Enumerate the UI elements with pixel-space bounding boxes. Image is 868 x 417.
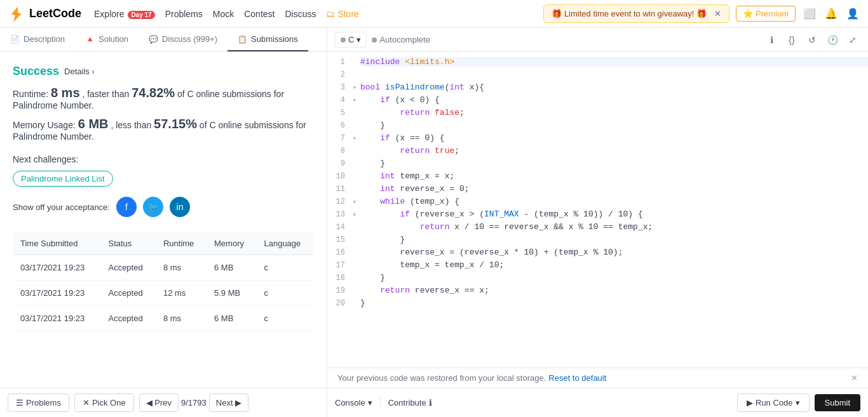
code-line: 8 return true;	[327, 146, 868, 159]
code-content: }	[360, 235, 868, 244]
fold-arrow[interactable]: ▾	[353, 83, 360, 91]
bell-icon[interactable]: 🔔	[824, 6, 839, 22]
nav-contest[interactable]: Contest	[244, 9, 275, 19]
next-button[interactable]: Next ▶	[209, 394, 248, 412]
fold-arrow	[353, 248, 360, 249]
challenge-tag[interactable]: Palindrome Linked List	[13, 171, 113, 187]
contribute-button[interactable]: Contribute ℹ	[388, 398, 432, 407]
fold-arrow	[353, 184, 360, 185]
fold-arrow	[353, 108, 360, 109]
facebook-share-button[interactable]: f	[116, 197, 137, 217]
code-line: 9 }	[327, 159, 868, 171]
table-row[interactable]: 03/17/2021 19:23 Accepted 8 ms 6 MB c	[13, 255, 314, 281]
nav-store[interactable]: 🗂 Store	[326, 9, 358, 19]
problems-button[interactable]: ☰ Problems	[8, 394, 69, 412]
table-row[interactable]: 03/17/2021 19:23 Accepted 12 ms 5.9 MB c	[13, 281, 314, 306]
code-content: if (x == 0) {	[360, 133, 868, 143]
cell-runtime: 8 ms	[156, 255, 207, 281]
code-line: 19 return reverse_x == x;	[327, 286, 868, 298]
code-content: temp_x = temp_x / 10;	[360, 260, 868, 270]
twitter-share-button[interactable]: 🐦	[143, 197, 163, 217]
submit-button[interactable]: Submit	[815, 394, 860, 411]
refresh-icon[interactable]: ↺	[804, 32, 820, 48]
linkedin-share-button[interactable]: in	[170, 197, 190, 217]
fold-arrow	[353, 121, 360, 122]
logo[interactable]: LeetCode	[8, 5, 81, 23]
code-line: 2	[327, 70, 868, 83]
tab-description[interactable]: 📄 Description	[0, 28, 75, 51]
tab-solution[interactable]: 🔺 Solution	[75, 28, 139, 51]
line-number: 15	[327, 235, 353, 244]
premium-button[interactable]: ⭐ Premium	[736, 6, 796, 22]
discuss-icon: 💬	[149, 35, 158, 44]
info-icon[interactable]: ℹ	[764, 32, 779, 48]
cell-status: Accepted	[100, 306, 155, 331]
fold-arrow[interactable]: ▾	[353, 197, 360, 206]
prev-button[interactable]: ◀ Prev	[139, 394, 179, 412]
code-content: return false;	[360, 108, 868, 117]
fold-arrow	[353, 57, 360, 58]
page-count: 9/1793	[181, 398, 207, 407]
line-number: 18	[327, 273, 353, 282]
code-line: 4 ▾ if (x < 0) {	[327, 95, 868, 108]
solution-icon: 🔺	[85, 35, 95, 44]
nav-explore[interactable]: Explore Day 17	[94, 9, 155, 19]
nav-arrows: ◀ Prev 9/1793 Next ▶	[139, 394, 248, 412]
line-number: 2	[327, 70, 353, 79]
nav-links: Explore Day 17 Problems Mock Contest Dis…	[94, 9, 359, 19]
list-icon: ☰	[16, 398, 24, 407]
code-icon[interactable]: {}	[784, 32, 799, 48]
cell-runtime: 12 ms	[156, 281, 207, 306]
lang-dot	[341, 37, 346, 43]
clock-icon[interactable]: 🕐	[825, 32, 840, 48]
line-number: 9	[327, 159, 353, 168]
line-number: 10	[327, 171, 353, 181]
run-chevron-icon: ▾	[796, 398, 800, 407]
screen-icon[interactable]: ⬜	[802, 6, 817, 22]
cell-memory: 5.9 MB	[207, 281, 256, 306]
right-panel: C ▾ Autocomplete ℹ {} ↺ 🕐 ⤢ 1 #include <…	[327, 28, 868, 417]
fold-arrow[interactable]: ▾	[353, 95, 360, 104]
star-icon: ⭐	[743, 9, 753, 18]
code-line: 10 int temp_x = x;	[327, 171, 868, 184]
bottom-bar-left: ☰ Problems ✕ Pick One ◀ Prev 9/1793 Next…	[0, 388, 327, 417]
cell-language: c	[256, 281, 314, 306]
tabs: 📄 Description 🔺 Solution 💬 Discuss (999+…	[0, 28, 327, 52]
details-link[interactable]: Details ›	[64, 67, 94, 76]
details-arrow-icon: ›	[92, 67, 94, 76]
runtime-info: Runtime: 8 ms , faster than 74.82% of C …	[13, 86, 314, 110]
left-panel: 📄 Description 🔺 Solution 💬 Discuss (999+…	[0, 28, 327, 417]
line-number: 20	[327, 298, 353, 308]
pick-one-button[interactable]: ✕ Pick One	[74, 394, 134, 412]
code-line: 11 int reverse_x = 0;	[327, 184, 868, 197]
code-content: return reverse_x == x;	[360, 286, 868, 295]
share-row: Show off your acceptance: f 🐦 in	[13, 197, 314, 217]
table-row[interactable]: 03/17/2021 19:23 Accepted 8 ms 6 MB c	[13, 306, 314, 331]
expand-icon[interactable]: ⤢	[845, 32, 860, 48]
avatar-icon[interactable]: 👤	[845, 6, 860, 22]
fold-arrow	[353, 222, 360, 223]
nav-discuss[interactable]: Discuss	[285, 9, 316, 19]
tab-discuss[interactable]: 💬 Discuss (999+)	[139, 28, 227, 51]
nav-problems[interactable]: Problems	[165, 9, 203, 19]
code-content: }	[360, 159, 868, 168]
code-editor[interactable]: 1 #include <limits.h> 2 3 ▾ bool isPalin…	[327, 52, 868, 367]
code-line: 6 }	[327, 121, 868, 133]
nav-mock[interactable]: Mock	[213, 9, 234, 19]
fold-arrow[interactable]: ▾	[353, 133, 360, 142]
restore-close-icon[interactable]: ✕	[851, 373, 858, 383]
console-button[interactable]: Console ▾	[335, 398, 372, 407]
language-select[interactable]: C ▾	[335, 32, 367, 48]
tab-submissions[interactable]: 📋 Submissions	[227, 28, 308, 51]
next-challenges-label: Next challenges:	[13, 154, 314, 164]
code-content: while (temp_x) {	[360, 197, 868, 206]
toolbar-right: ℹ {} ↺ 🕐 ⤢	[764, 32, 860, 48]
line-number: 19	[327, 286, 353, 295]
run-code-button[interactable]: ▶ Run Code ▾	[737, 394, 809, 412]
line-number: 7	[327, 133, 353, 143]
line-number: 3	[327, 83, 353, 92]
fold-arrow[interactable]: ▾	[353, 209, 360, 218]
reset-to-default-link[interactable]: Reset to default	[548, 373, 606, 383]
autocomplete-toggle[interactable]: Autocomplete	[372, 35, 430, 44]
giveaway-close-icon[interactable]: ✕	[714, 9, 721, 18]
